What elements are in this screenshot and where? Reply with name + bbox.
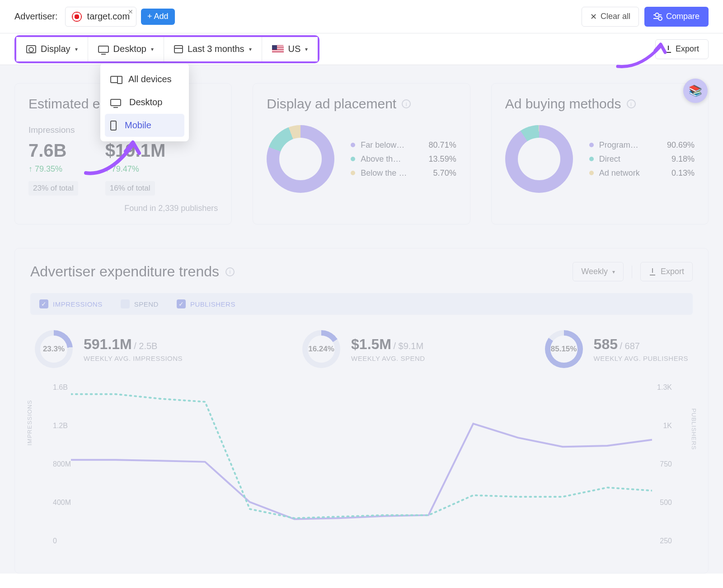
impressions-value: 7.6B	[28, 140, 78, 161]
advertiser-domain: target.com	[87, 11, 130, 22]
toggle-publishers[interactable]: ✓PUBLISHERS	[177, 299, 235, 308]
found-publishers-note: Found in 2,339 publishers	[28, 204, 218, 213]
close-icon: ✕	[590, 12, 597, 22]
weekly-averages-row: 23.3% 591.1M / 2.5BWEEKLY AVG. IMPRESSIO…	[30, 330, 693, 368]
desktop-icon	[110, 99, 121, 106]
compare-button[interactable]: Compare	[644, 7, 709, 27]
calendar-icon	[174, 45, 183, 53]
chevron-down-icon: ▾	[249, 46, 252, 52]
legend-row: Program…90.69%	[589, 140, 695, 150]
legend-row: Below the …5.70%	[351, 168, 456, 178]
desktop-icon	[98, 46, 109, 53]
toggle-impressions[interactable]: ✓IMPRESSIONS	[39, 299, 103, 308]
mobile-icon	[110, 121, 117, 131]
floating-action-button[interactable]: 📚	[683, 79, 708, 103]
advertiser-chip[interactable]: target.com ✕	[65, 7, 136, 27]
card-title: Ad buying methods	[505, 96, 621, 112]
trends-title: Advertiser expenditure trends	[30, 263, 219, 280]
y-axis-left-label: IMPRESSIONS	[26, 400, 33, 445]
device-dropdown: All devices Desktop Mobile	[100, 63, 189, 141]
info-icon[interactable]: i	[402, 99, 411, 108]
period-filter[interactable]: Last 3 months ▾	[164, 37, 262, 61]
device-option-desktop[interactable]: Desktop	[105, 91, 184, 114]
legend-row: Above th…13.59%	[351, 154, 456, 164]
chevron-down-icon: ▾	[151, 46, 154, 52]
trends-export-button[interactable]: Export	[640, 262, 693, 281]
series-toggle-bar: ✓IMPRESSIONS SPEND ✓PUBLISHERS	[30, 293, 693, 315]
all-devices-icon	[110, 76, 120, 83]
device-option-mobile[interactable]: Mobile	[105, 114, 184, 137]
remove-advertiser-icon[interactable]: ✕	[128, 8, 133, 15]
chevron-down-icon: ▾	[612, 269, 615, 275]
legend-row: Far below…80.71%	[351, 140, 456, 150]
trends-period-select[interactable]: Weekly ▾	[573, 262, 624, 281]
device-option-all[interactable]: All devices	[105, 68, 184, 91]
impressions-share: 23% of total	[28, 181, 78, 196]
us-flag-icon	[272, 45, 284, 53]
export-button[interactable]: Export	[655, 39, 709, 59]
spend-value: $19.1M	[105, 140, 165, 161]
download-icon	[665, 46, 672, 53]
sliders-icon	[653, 14, 662, 20]
card-ad-placement: Display ad placement i Far below…80.71%A…	[253, 83, 470, 224]
country-filter[interactable]: US ▾	[262, 37, 318, 61]
spend-growth: 79.47%	[105, 164, 165, 174]
trends-chart: IMPRESSIONS PUBLISHERS 1.6B1.3K1.2B1K800…	[30, 379, 693, 560]
advertiser-label: Advertiser:	[14, 11, 58, 22]
add-advertiser-button[interactable]: + Add	[141, 9, 175, 25]
chevron-down-icon: ▾	[305, 46, 308, 52]
toggle-spend[interactable]: SPEND	[121, 299, 159, 308]
filter-group-highlight: Display ▾ Desktop ▾ Last 3 months ▾ US ▾	[14, 35, 319, 63]
device-filter[interactable]: Desktop ▾	[88, 37, 164, 61]
legend-row: Ad network0.13%	[589, 168, 695, 178]
legend-row: Direct9.18%	[589, 154, 695, 164]
clear-all-button[interactable]: ✕ Clear all	[582, 7, 639, 27]
chevron-down-icon: ▾	[75, 46, 78, 52]
impressions-growth: 79.35%	[28, 164, 78, 174]
download-icon	[649, 268, 656, 275]
info-icon[interactable]: i	[225, 267, 235, 276]
trends-panel: Advertiser expenditure trends i Weekly ▾…	[14, 248, 709, 574]
info-icon[interactable]: i	[627, 99, 636, 108]
image-icon	[26, 45, 36, 53]
buying-donut-chart	[505, 125, 573, 193]
card-buying-methods: Ad buying methods i Program…90.69%Direct…	[491, 83, 709, 224]
spend-share: 16% of total	[105, 181, 155, 196]
y-axis-right-label: PUBLISHERS	[690, 408, 697, 450]
placement-legend: Far below…80.71%Above th…13.59%Below the…	[351, 136, 456, 182]
card-title: Display ad placement	[267, 96, 396, 112]
target-logo-icon	[72, 12, 82, 22]
placement-donut-chart	[267, 125, 334, 193]
card-title: Estimated e	[28, 96, 100, 112]
impressions-label: Impressions	[28, 125, 78, 135]
ad-type-filter[interactable]: Display ▾	[16, 37, 88, 61]
buying-legend: Program…90.69%Direct9.18%Ad network0.13%	[589, 136, 695, 182]
